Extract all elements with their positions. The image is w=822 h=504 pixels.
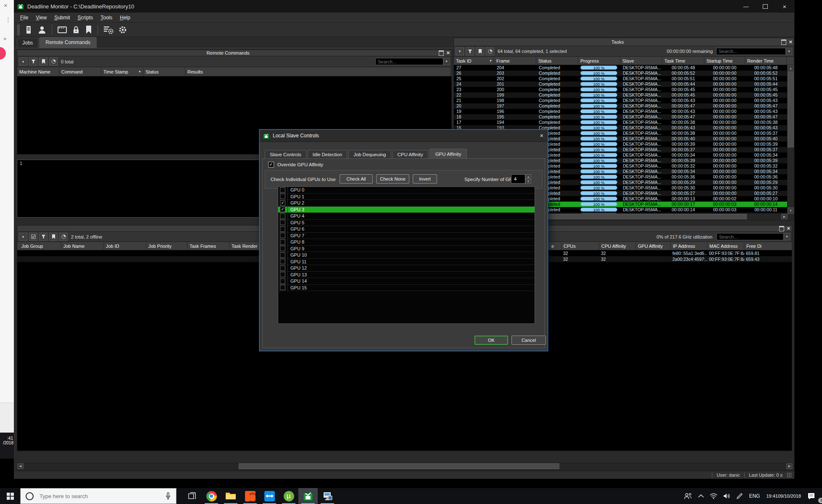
gpu-checkbox-gpu-4[interactable] — [280, 213, 285, 219]
invert-button[interactable]: Invert — [413, 174, 437, 184]
spin-down-icon[interactable]: ▼ — [525, 179, 531, 184]
tasks-search-dropdown-icon[interactable]: ▼ — [786, 48, 792, 55]
task-row-19[interactable]: 19196Completed100 %DESKTOP-R5MA...00:00:… — [454, 109, 794, 114]
language-indicator[interactable]: ENG — [746, 488, 763, 504]
column-frame[interactable]: Frame — [494, 57, 536, 65]
column-cpu-affinity[interactable]: CPU Affinity — [599, 242, 636, 250]
tab-jobs[interactable]: Jobs — [17, 38, 38, 48]
task-view-button[interactable] — [182, 488, 202, 504]
dialog-close-icon[interactable]: × — [540, 132, 543, 139]
slaves-select-icon[interactable] — [29, 233, 37, 241]
remote-commands-search[interactable] — [375, 58, 443, 65]
microphone-icon[interactable] — [165, 492, 171, 500]
menu-file[interactable]: File — [16, 13, 32, 22]
file-explorer-app-icon[interactable] — [221, 488, 240, 504]
menu-help[interactable]: Help — [116, 13, 134, 22]
dialog-tab-idle-detection[interactable]: Idle Detection — [308, 150, 347, 159]
task-row-20[interactable]: 20197Completed100 %DESKTOP-R5MA...00:00:… — [454, 103, 794, 109]
gpu-checkbox-gpu-1[interactable] — [280, 194, 285, 199]
tray-expand-icon[interactable] — [695, 488, 707, 504]
bg-expand-icon[interactable]: » — [3, 35, 6, 42]
slaves-clock-icon[interactable] — [59, 233, 68, 241]
dialog-tab-gpu-affinity[interactable]: GPU Affinity — [429, 149, 467, 159]
dialog-tab-slave-controls[interactable]: Slave Controls — [265, 150, 306, 159]
gpu-checkbox-gpu-8[interactable] — [280, 239, 285, 245]
tasks-search-input[interactable] — [717, 49, 785, 54]
override-gpu-affinity-row[interactable]: ✓ Override GPU Affinity — [268, 162, 323, 168]
search-dropdown-icon[interactable]: ▼ — [443, 58, 450, 65]
gpu-row-gpu-13[interactable]: GPU 13 — [278, 272, 535, 278]
toolbar-grip[interactable] — [17, 24, 20, 35]
user-icon[interactable] — [37, 25, 47, 34]
column-time-stamp[interactable]: Time Stamp▼ — [101, 67, 143, 76]
task-row-26[interactable]: 26203Completed100 %DESKTOP-R5MA...00:00:… — [454, 71, 794, 76]
column-results[interactable]: Results — [185, 67, 451, 76]
column-e[interactable]: e — [549, 242, 561, 250]
column-job-name[interactable]: Job Name — [61, 242, 104, 250]
window-titlebar[interactable]: Deadline Monitor - C:\DeadlineRepository… — [14, 0, 794, 13]
cancel-button[interactable]: Cancel — [511, 336, 546, 345]
taskbar-clock[interactable]: 19:41 09/10/2018 — [763, 488, 804, 504]
column-status[interactable]: Status — [143, 67, 185, 76]
gpu-checkbox-gpu-6[interactable] — [280, 226, 285, 232]
column-machine-name[interactable]: Machine Name — [17, 67, 59, 76]
column-status[interactable]: Status — [536, 57, 578, 65]
menu-scripts[interactable]: Scripts — [74, 13, 97, 22]
gpu-checkbox-gpu-14[interactable] — [280, 278, 285, 284]
houdini-app-icon[interactable] — [240, 488, 260, 504]
slaves-bookmark-icon[interactable] — [49, 233, 58, 241]
slaves-search-input[interactable] — [717, 234, 783, 239]
utorrent-app-icon[interactable]: µ — [279, 488, 298, 504]
column-command[interactable]: Command — [59, 67, 101, 76]
slaves-dropdown-icon[interactable]: ▾ — [19, 233, 27, 241]
override-gpu-affinity-checkbox[interactable]: ✓ — [268, 162, 274, 168]
tasks-close-icon[interactable]: × — [789, 40, 792, 44]
scroll-right-icon[interactable]: ▶ — [781, 214, 788, 219]
resize-grip[interactable] — [787, 472, 792, 478]
tasks-clock-icon[interactable] — [486, 47, 494, 55]
menu-tools[interactable]: Tools — [97, 13, 116, 22]
gpu-row-gpu-2[interactable]: ✓GPU 2 — [278, 200, 535, 207]
spin-up-icon[interactable]: ▲ — [525, 174, 531, 179]
task-row-22[interactable]: 22199Completed100 %DESKTOP-R5MA...00:00:… — [454, 92, 794, 98]
window-hscroll-thumb[interactable] — [239, 463, 559, 469]
notification-center-icon[interactable]: 3 — [804, 488, 822, 504]
tasks-vscrollbar[interactable]: ▲ ▼ — [787, 65, 794, 214]
settings-gear-icon[interactable] — [118, 25, 127, 34]
slaves-close-icon[interactable]: × — [787, 226, 790, 231]
task-row-24[interactable]: 24201Completed100 %DESKTOP-R5MA...00:00:… — [454, 81, 794, 87]
scroll-down-icon[interactable]: ▼ — [788, 207, 794, 214]
taskbar-search-input[interactable] — [39, 493, 165, 500]
menu-view[interactable]: View — [32, 13, 50, 22]
tasks-vscroll-thumb[interactable] — [788, 72, 794, 147]
column-job-priority[interactable]: Job Priority — [146, 242, 187, 250]
wifi-icon[interactable] — [707, 488, 720, 504]
teamviewer-app-icon[interactable] — [260, 488, 279, 504]
column-task-frames[interactable]: Task Frames — [187, 242, 229, 250]
gpu-row-gpu-10[interactable]: GPU 10 — [278, 252, 535, 259]
slave-settings-icon[interactable] — [103, 25, 114, 34]
window-scroll-right-icon[interactable]: ▶ — [786, 463, 793, 469]
slaves-search[interactable] — [717, 233, 784, 240]
column-render-time[interactable]: Render Time — [745, 57, 787, 65]
column-ip-address[interactable]: IP Address — [671, 242, 707, 250]
task-row-23[interactable]: 23200Completed100 %DESKTOP-R5MA...00:00:… — [454, 87, 794, 92]
slave-icon[interactable] — [24, 25, 33, 34]
window-scroll-left-icon[interactable]: ◀ — [17, 463, 24, 469]
gpu-row-gpu-5[interactable]: GPU 5 — [278, 220, 535, 226]
gpu-row-gpu-0[interactable]: GPU 0 — [278, 187, 535, 194]
column-mac-address[interactable]: MAC Address — [707, 242, 744, 250]
column-task-id[interactable]: Task ID▼ — [454, 57, 494, 65]
gpu-row-gpu-1[interactable]: GPU 1 — [278, 194, 535, 200]
undock-icon[interactable] — [439, 50, 444, 56]
tab-remote-commands[interactable]: Remote Commands — [39, 37, 97, 48]
pen-icon[interactable] — [733, 488, 746, 504]
gpu-row-gpu-15[interactable]: GPU 15 — [278, 285, 535, 291]
bookmark-icon[interactable] — [85, 25, 92, 34]
column-slave[interactable]: Slave — [620, 57, 662, 65]
tasks-filter-icon[interactable] — [466, 47, 474, 55]
task-row-17[interactable]: 17194Completed100 %DESKTOP-R5MA...00:00:… — [454, 120, 794, 125]
slaves-undock-icon[interactable] — [779, 226, 784, 231]
remote-desktop-app-icon[interactable] — [318, 488, 337, 504]
gpu-row-gpu-6[interactable]: GPU 6 — [278, 226, 535, 233]
